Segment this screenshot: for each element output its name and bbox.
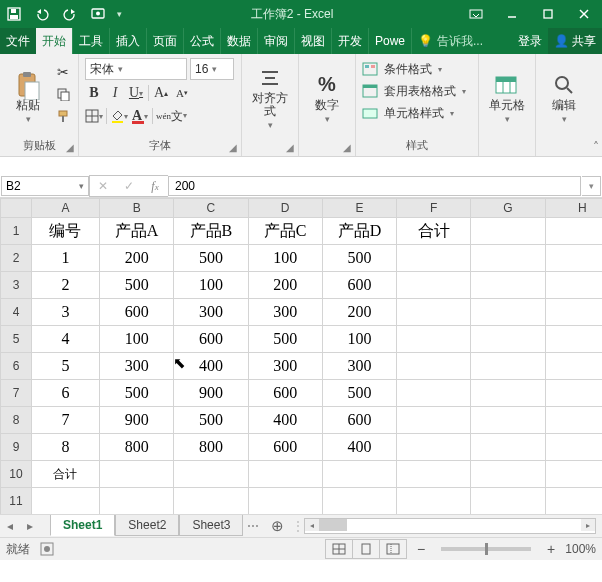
cell[interactable]: 5	[31, 353, 99, 380]
cell[interactable]: 100	[100, 326, 174, 353]
cell[interactable]	[545, 326, 602, 353]
cell[interactable]: 7	[31, 407, 99, 434]
cell[interactable]	[174, 461, 248, 488]
zoom-thumb[interactable]	[485, 543, 488, 555]
tell-me[interactable]: 💡告诉我...	[412, 28, 512, 54]
cell[interactable]: 800	[100, 434, 174, 461]
view-break-button[interactable]	[379, 539, 407, 559]
table-row[interactable]: 1编号产品A产品B产品C产品D合计	[1, 218, 603, 245]
cell[interactable]: 400	[174, 353, 248, 380]
dialog-launcher-icon[interactable]: ◢	[66, 141, 74, 155]
cell[interactable]: 300	[322, 353, 396, 380]
row-header[interactable]: 7	[1, 380, 32, 407]
increase-font-button[interactable]: A▴	[152, 83, 170, 103]
underline-button[interactable]: U▾	[127, 83, 145, 103]
format-painter-button[interactable]	[54, 106, 72, 126]
zoom-level[interactable]: 100%	[565, 542, 596, 556]
cell[interactable]: 300	[174, 299, 248, 326]
cell[interactable]	[322, 461, 396, 488]
dialog-launcher-icon[interactable]: ◢	[343, 141, 351, 155]
cell[interactable]: 产品A	[100, 218, 174, 245]
cell[interactable]	[471, 353, 545, 380]
cell[interactable]: 900	[100, 407, 174, 434]
col-header[interactable]: E	[322, 199, 396, 218]
dialog-launcher-icon[interactable]: ◢	[229, 141, 237, 155]
cell[interactable]: 400	[322, 434, 396, 461]
cell[interactable]: 600	[174, 326, 248, 353]
cell[interactable]	[397, 407, 471, 434]
table-row[interactable]: 76500900600500	[1, 380, 603, 407]
cell[interactable]: 300	[248, 299, 322, 326]
select-all-button[interactable]	[1, 199, 32, 218]
cell[interactable]: 600	[322, 407, 396, 434]
cell[interactable]: 600	[322, 272, 396, 299]
cell[interactable]	[545, 380, 602, 407]
fill-color-button[interactable]: ▾	[110, 106, 128, 126]
cell[interactable]: 合计	[397, 218, 471, 245]
expand-formula-icon[interactable]: ▾	[582, 176, 601, 196]
cell[interactable]	[397, 326, 471, 353]
macro-record-icon[interactable]	[40, 542, 54, 556]
cell[interactable]: 500	[174, 407, 248, 434]
row-header[interactable]: 6	[1, 353, 32, 380]
cell[interactable]: 产品D	[322, 218, 396, 245]
cell[interactable]: 100	[248, 245, 322, 272]
cell[interactable]	[471, 434, 545, 461]
row-header[interactable]: 5	[1, 326, 32, 353]
zoom-in-button[interactable]: +	[547, 541, 555, 557]
cell[interactable]	[545, 434, 602, 461]
spreadsheet-grid[interactable]: A B C D E F G H 1编号产品A产品B产品C产品D合计2120050…	[0, 198, 602, 514]
cell[interactable]	[397, 353, 471, 380]
borders-button[interactable]: ▾	[85, 106, 103, 126]
cell[interactable]	[397, 245, 471, 272]
cell[interactable]: 合计	[31, 461, 99, 488]
cell[interactable]: 300	[248, 353, 322, 380]
add-sheet-button[interactable]: ⊕	[263, 517, 292, 535]
row-header[interactable]: 3	[1, 272, 32, 299]
tab-insert[interactable]: 插入	[110, 28, 147, 54]
cell[interactable]	[471, 245, 545, 272]
cell[interactable]	[397, 461, 471, 488]
name-box[interactable]: B2▾	[1, 176, 89, 196]
cell[interactable]: 100	[322, 326, 396, 353]
tab-file[interactable]: 文件	[0, 28, 36, 54]
row-header[interactable]: 11	[1, 488, 32, 515]
cell[interactable]	[471, 272, 545, 299]
conditional-format-button[interactable]: 条件格式▾	[362, 58, 472, 80]
qat-preview-icon[interactable]	[84, 0, 112, 28]
cell[interactable]: 500	[100, 380, 174, 407]
tab-view[interactable]: 视图	[295, 28, 332, 54]
cell[interactable]	[471, 407, 545, 434]
cell[interactable]	[545, 461, 602, 488]
sheet-tab-3[interactable]: Sheet3	[179, 515, 243, 536]
table-row[interactable]: 43600300300200	[1, 299, 603, 326]
number-button[interactable]: % 数字▾	[305, 58, 349, 138]
scroll-right-icon[interactable]: ▸	[581, 519, 595, 531]
cell[interactable]	[100, 488, 174, 515]
minimize-icon[interactable]	[494, 0, 530, 28]
cell[interactable]: 400	[248, 407, 322, 434]
col-header[interactable]: H	[545, 199, 602, 218]
cell[interactable]	[397, 380, 471, 407]
col-header[interactable]: A	[31, 199, 99, 218]
cell[interactable]: 4	[31, 326, 99, 353]
qat-dropdown-icon[interactable]: ▾	[112, 0, 126, 28]
cell[interactable]: 300	[100, 353, 174, 380]
sheet-tab-1[interactable]: Sheet1	[50, 515, 115, 536]
row-header[interactable]: 9	[1, 434, 32, 461]
cell[interactable]	[397, 299, 471, 326]
view-normal-button[interactable]	[325, 539, 353, 559]
cell[interactable]: 编号	[31, 218, 99, 245]
tab-data[interactable]: 数据	[221, 28, 258, 54]
cell[interactable]	[471, 326, 545, 353]
cell-styles-button[interactable]: 单元格样式▾	[362, 102, 472, 124]
cell[interactable]	[397, 434, 471, 461]
cell[interactable]: 900	[174, 380, 248, 407]
sheet-more-icon[interactable]: ⋯	[243, 519, 263, 533]
cell[interactable]: 100	[174, 272, 248, 299]
sheet-nav-next-icon[interactable]: ▸	[20, 519, 40, 533]
login-button[interactable]: 登录	[512, 28, 548, 54]
cell[interactable]: 500	[322, 380, 396, 407]
cell[interactable]: 3	[31, 299, 99, 326]
row-header[interactable]: 8	[1, 407, 32, 434]
